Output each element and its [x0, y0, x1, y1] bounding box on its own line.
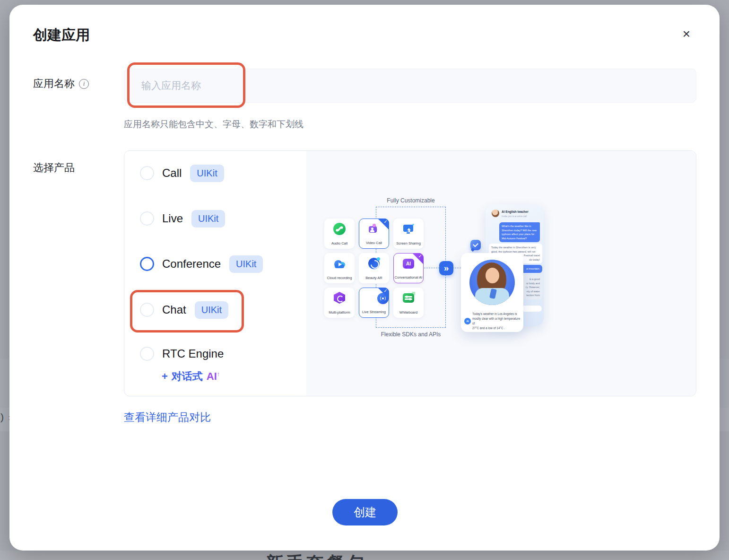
forward-arrow-icon: »: [439, 261, 453, 275]
create-app-modal: 创建应用 × 应用名称 i 应用名称只能包含中文、字母、数字和下划线 选择产品 …: [9, 5, 720, 551]
radio-live[interactable]: [140, 211, 154, 226]
product-option-rtc-engine[interactable]: RTC Engine: [140, 344, 224, 363]
radio-call[interactable]: [140, 166, 154, 180]
uikit-badge: UIKit: [191, 210, 225, 228]
fully-customizable-label: Fully Customizable: [371, 197, 451, 204]
chat-bubble-icon: [470, 240, 481, 250]
chat-bubble: What's the weather like in Shenzhen toda…: [499, 222, 540, 242]
chat-header-subtitle: Invite you to a voice call: [502, 215, 527, 218]
page-title: 创建应用: [33, 26, 90, 45]
cloud-recording-icon: [333, 257, 346, 270]
video-call-icon: [368, 223, 380, 236]
radio-rtc-engine[interactable]: [140, 347, 154, 361]
avatar: [492, 210, 499, 217]
weather-answer-card: AI Today's weather in Los Angeles is mos…: [461, 253, 523, 332]
product-option-chat[interactable]: Chat UIKit: [140, 300, 228, 319]
app-name-input[interactable]: [124, 69, 696, 103]
app-name-label: 应用名称 i: [33, 77, 89, 91]
audio-call-icon: [333, 223, 346, 235]
product-option-live[interactable]: Live UIKit: [140, 209, 225, 228]
conversational-ai-icon: AI: [403, 259, 414, 269]
close-icon[interactable]: ×: [677, 25, 696, 44]
person-photo: [469, 260, 515, 305]
whiteboard-icon: [403, 293, 414, 303]
product-section-label: 选择产品: [33, 161, 75, 175]
flexible-sdks-label: Flexible SDKs and APIs: [371, 331, 451, 338]
product-option-call[interactable]: Call UIKit: [140, 164, 224, 183]
product-option-conference[interactable]: Conference UIKit: [140, 254, 263, 273]
beauty-ar-icon: [368, 258, 380, 269]
compare-products-link[interactable]: 查看详细产品对比: [124, 410, 211, 425]
multi-platform-icon: [334, 292, 345, 304]
weather-text: Today's weather in Los Angeles is mostly…: [472, 312, 521, 331]
feature-card-live-streaming: Live Streaming ✓: [359, 288, 389, 318]
uikit-badge: UIKit: [229, 255, 263, 273]
radio-chat[interactable]: [140, 303, 154, 317]
ai-badge-icon: AI: [464, 318, 471, 324]
conversational-ai-addon[interactable]: + 对话式 AI↑: [162, 369, 220, 384]
feature-card-screen-sharing: Screen Sharing: [393, 219, 424, 249]
feature-card-whiteboard: Whiteboard: [393, 288, 424, 318]
ai-logo: AI↑: [207, 370, 220, 383]
feature-card-video-call: Video Call ✓: [359, 219, 389, 249]
radio-conference[interactable]: [140, 257, 154, 271]
feature-card-conversational-ai: AI Conversational AI ✓: [393, 253, 424, 283]
feature-card-beauty-ar: Beauty AR: [359, 253, 389, 283]
feature-card-multi-platform: Multi-platform: [324, 288, 355, 318]
feature-card-cloud-recording: Cloud recording: [324, 253, 355, 283]
create-button[interactable]: 创建: [332, 499, 398, 525]
feature-card-audio-call: Audio Call: [324, 219, 355, 249]
chat-header-name: AI English teacher: [502, 210, 529, 213]
background-text-fragment: 新手套餐包: [266, 551, 367, 560]
uikit-badge: UIKit: [195, 301, 228, 319]
app-name-hint: 应用名称只能包含中文、字母、数字和下划线: [124, 118, 304, 131]
info-icon[interactable]: i: [79, 79, 89, 89]
screen-sharing-icon: [402, 223, 415, 235]
uikit-badge: UIKit: [190, 165, 224, 182]
